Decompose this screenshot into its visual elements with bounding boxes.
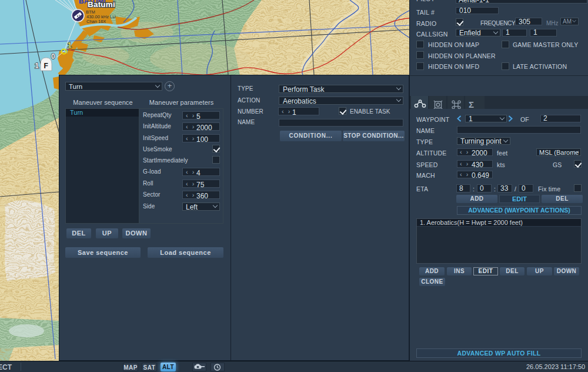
svg-text:1: 1 [35, 61, 39, 70]
svg-text:Chan 16X: Chan 16X [86, 19, 106, 24]
svg-text:Σ: Σ [469, 99, 474, 109]
svg-text:Batumi: Batumi [88, 0, 115, 9]
svg-text:1: 1 [68, 41, 72, 49]
svg-text:F: F [44, 62, 48, 70]
svg-text:0: 0 [51, 52, 55, 61]
